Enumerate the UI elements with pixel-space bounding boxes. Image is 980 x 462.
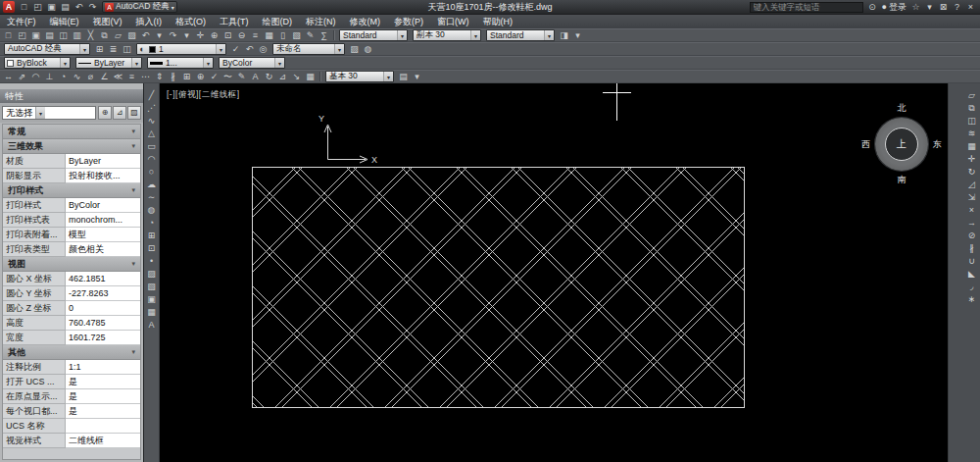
- property-value[interactable]: 二维线框: [66, 434, 140, 448]
- property-value[interactable]: 0: [66, 301, 140, 316]
- menu-item[interactable]: 编辑(E): [43, 15, 86, 28]
- dim-radius-icon[interactable]: ◔: [57, 71, 70, 82]
- point-icon[interactable]: •: [145, 255, 158, 267]
- layer-visibility-icon[interactable]: ◐: [137, 43, 147, 55]
- publish-icon[interactable]: ▥: [71, 29, 83, 41]
- match-properties-icon[interactable]: ▨: [125, 29, 138, 41]
- select-objects-icon[interactable]: ⊿: [113, 106, 126, 120]
- plotstyle-combo[interactable]: ByColor: [219, 57, 285, 69]
- workspace-settings-icon[interactable]: ⊞: [93, 43, 106, 55]
- property-value[interactable]: 是: [66, 389, 140, 404]
- arc-icon[interactable]: ◠: [145, 153, 158, 165]
- erase-icon[interactable]: ▱: [965, 89, 978, 101]
- offset-icon[interactable]: ≋: [965, 128, 978, 139]
- section-header[interactable]: 三维效果▾: [3, 139, 140, 154]
- copy-icon[interactable]: ⧉: [98, 29, 111, 41]
- move-icon[interactable]: ✛: [965, 153, 978, 165]
- zoom-previous-icon[interactable]: ⊖: [235, 29, 248, 41]
- dim-arc-length-icon[interactable]: ◠: [29, 71, 42, 82]
- dim-update-icon[interactable]: ↻: [263, 71, 275, 82]
- menu-item[interactable]: 窗口(W): [430, 15, 476, 28]
- array-icon[interactable]: ▦: [965, 140, 978, 152]
- property-value[interactable]: [66, 419, 140, 434]
- property-value[interactable]: monochrom...: [66, 213, 140, 228]
- circle-icon[interactable]: ○: [145, 166, 158, 178]
- dim-table-icon[interactable]: ▦: [304, 71, 317, 82]
- layer-state-combo[interactable]: 未命名: [272, 43, 345, 55]
- plot-preview-icon[interactable]: ◫: [57, 29, 70, 41]
- section-header[interactable]: 其他▾: [3, 345, 140, 360]
- dim-override-icon[interactable]: ▾: [411, 71, 423, 82]
- search-icon[interactable]: ⊙: [866, 1, 879, 13]
- dim-continue-icon[interactable]: ⋯: [139, 71, 152, 82]
- annotation-style-combo[interactable]: 副本 30: [413, 29, 481, 41]
- join-icon[interactable]: ∪: [965, 255, 978, 267]
- property-value[interactable]: 760.4785: [66, 316, 140, 331]
- property-value[interactable]: 模型: [66, 228, 140, 242]
- viewport-controls[interactable]: [-][俯视][二维线框]: [167, 89, 240, 101]
- menu-item[interactable]: 帮助(H): [476, 15, 520, 28]
- dim-text-edit-icon[interactable]: A: [249, 71, 262, 82]
- tolerance-icon[interactable]: ⊞: [180, 71, 193, 82]
- dim-jogged-icon[interactable]: ∿: [71, 71, 83, 82]
- cut-icon[interactable]: ╳: [84, 29, 97, 41]
- application-menu-button[interactable]: A: [3, 1, 15, 13]
- menu-item[interactable]: 标注(N): [299, 15, 343, 28]
- explode-icon[interactable]: ∗: [965, 293, 978, 305]
- undo-icon[interactable]: ↶: [139, 29, 152, 41]
- copy-icon[interactable]: ⧉: [965, 102, 978, 114]
- annotation-visibility-icon[interactable]: ◨: [558, 29, 570, 41]
- collapse-icon[interactable]: ▾: [131, 128, 135, 135]
- markup-icon[interactable]: ✎: [304, 29, 317, 41]
- property-value[interactable]: 颜色相关: [66, 242, 140, 257]
- table-icon[interactable]: ▦: [145, 306, 158, 318]
- line-icon[interactable]: ╱: [145, 89, 158, 101]
- polygon-icon[interactable]: △: [145, 128, 158, 139]
- zoom-realtime-icon[interactable]: ⊕: [208, 29, 220, 41]
- make-block-icon[interactable]: ⊡: [145, 242, 158, 254]
- undo-dropdown-icon[interactable]: ▾: [153, 29, 166, 41]
- color-combo[interactable]: ByBlock: [4, 57, 71, 69]
- menu-item[interactable]: 视图(V): [86, 15, 129, 28]
- menu-item[interactable]: 插入(I): [129, 15, 170, 28]
- dim-diameter-icon[interactable]: ⌀: [84, 71, 97, 82]
- property-value[interactable]: 1601.725: [66, 331, 140, 345]
- layer-previous-icon[interactable]: ↶: [243, 43, 256, 55]
- property-value[interactable]: 462.1851: [66, 272, 140, 286]
- workspace-combo[interactable]: A AutoCAD 经典 ▾: [102, 1, 177, 13]
- palette-title[interactable]: 特性: [0, 89, 143, 103]
- qnew-icon[interactable]: □: [2, 29, 15, 41]
- layer-properties-icon[interactable]: ≣: [107, 43, 120, 55]
- quick-select-icon[interactable]: ▨: [127, 106, 141, 120]
- signin-button[interactable]: ● 登录: [882, 1, 906, 14]
- break-at-point-icon[interactable]: ⊘: [965, 230, 978, 241]
- tool-palettes-icon[interactable]: ▯: [276, 29, 289, 41]
- ellipse-icon[interactable]: ◍: [145, 204, 158, 216]
- menu-item[interactable]: 格式(O): [169, 15, 213, 28]
- undo-icon[interactable]: ↶: [73, 1, 85, 13]
- workspaces-combo[interactable]: AutoCAD 经典: [4, 43, 90, 55]
- close-icon[interactable]: ×: [964, 1, 977, 13]
- compass-top-button[interactable]: 上: [885, 128, 918, 161]
- dim-jog-line-icon[interactable]: 〜: [221, 71, 234, 82]
- collapse-icon[interactable]: ▾: [131, 186, 135, 194]
- chamfer-icon[interactable]: ◣: [965, 268, 978, 280]
- extend-icon[interactable]: →: [965, 217, 978, 229]
- shoe-cabinet-outline[interactable]: [253, 168, 745, 408]
- property-value[interactable]: 投射和接收...: [66, 169, 140, 183]
- trim-icon[interactable]: ×: [965, 204, 978, 216]
- dim-angular-icon[interactable]: ∠: [98, 71, 111, 82]
- redo-icon[interactable]: ↷: [167, 29, 179, 41]
- dim-style-combo[interactable]: 基本 30: [325, 71, 394, 82]
- region-icon[interactable]: ▣: [145, 293, 158, 305]
- dim-inspect-icon[interactable]: ✓: [208, 71, 220, 82]
- collapse-icon[interactable]: ▾: [131, 348, 135, 356]
- plot-icon[interactable]: ▤: [43, 29, 56, 41]
- menu-item[interactable]: 绘图(D): [256, 15, 300, 28]
- hatch-icon[interactable]: ▨: [145, 268, 158, 280]
- paste-icon[interactable]: ▱: [112, 29, 124, 41]
- redo-dropdown-icon[interactable]: ▾: [180, 29, 193, 41]
- drawing-area[interactable]: Y X [-][俯视][二维线框] 北 南 西 东 上: [160, 83, 948, 462]
- layer-combo[interactable]: ◐ 1: [136, 43, 226, 55]
- insert-block-icon[interactable]: ⊞: [145, 230, 158, 241]
